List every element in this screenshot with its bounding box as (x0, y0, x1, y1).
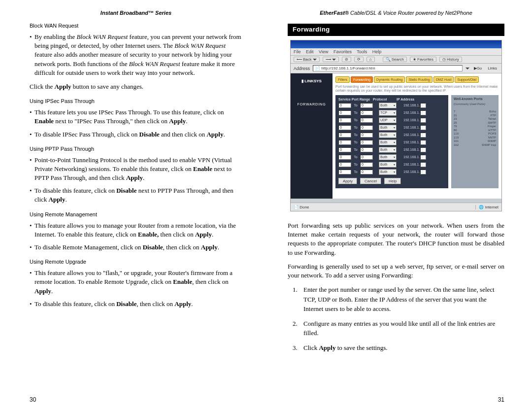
ip-last-octet-input[interactable]: 0 (420, 110, 426, 115)
search-button[interactable]: 🔍Search (383, 57, 407, 62)
address-bar: Address 📄 http://192.168.1.1/Forward.htm… (291, 64, 501, 73)
table-row: 0To0Both192.168.1.0 (338, 162, 445, 168)
port-to-input[interactable]: 0 (360, 155, 373, 160)
port-entry: 7Echo (454, 110, 496, 114)
to-label: To (353, 118, 358, 122)
button-row: Apply Cancel Help (338, 178, 445, 184)
ip-last-octet-input[interactable]: 0 (420, 140, 426, 145)
home-button[interactable]: ⌂ (366, 57, 375, 62)
help-button[interactable]: Help (384, 178, 401, 184)
menu-edit[interactable]: Edit (306, 49, 314, 54)
port-to-input[interactable]: 0 (360, 140, 373, 145)
ports-title: Well-known Ports (454, 97, 496, 102)
menu-tools[interactable]: Tools (357, 49, 367, 54)
favorites-button[interactable]: ★Favorites (410, 57, 436, 62)
series-header-right: EtherFast® Cable/DSL & Voice Router powe… (288, 10, 504, 16)
port-from-input[interactable]: 0 (338, 162, 351, 167)
window-title-bar (291, 40, 501, 48)
go-button[interactable]: ▶Go (472, 66, 484, 70)
tab-static-routing[interactable]: Static Routing (406, 76, 432, 83)
apply-button[interactable]: Apply (338, 178, 357, 184)
tab-support-dial[interactable]: Support/Dial (455, 76, 479, 83)
menu-file[interactable]: File (294, 49, 301, 54)
port-to-input[interactable]: 0 (360, 125, 373, 130)
menu-help[interactable]: Help (372, 49, 382, 54)
to-label: To (353, 140, 358, 144)
ip-last-octet-input[interactable]: 0 (420, 125, 426, 130)
menu-favorites[interactable]: Favorites (333, 49, 352, 54)
port-to-input[interactable]: 0 (360, 118, 373, 123)
ip-address-cell: 192.168.1.0 (403, 125, 426, 130)
click-apply-para: Click the Apply button to save any chang… (30, 82, 242, 91)
port-to-input[interactable]: 0 (360, 162, 373, 167)
ip-last-octet-input[interactable]: 0 (420, 155, 426, 160)
protocol-select[interactable]: Both (379, 125, 397, 131)
ip-last-octet-input[interactable]: 0 (420, 170, 426, 174)
to-label: To (353, 111, 358, 114)
protocol-select[interactable]: Both (379, 147, 397, 153)
ip-last-octet-input[interactable]: 0 (420, 118, 426, 123)
ip-address-cell: 192.168.1.0 (403, 147, 426, 152)
page-icon: 📄 (315, 66, 320, 70)
address-input[interactable]: 📄 http://192.168.1.1/Forward.htm (313, 65, 463, 71)
history-button[interactable]: ◷History (439, 57, 462, 62)
port-from-input[interactable]: 0 (338, 125, 351, 130)
port-from-input[interactable]: 0 (338, 103, 351, 108)
port-to-input[interactable]: 0 (360, 103, 373, 108)
port-from-input[interactable]: 0 (338, 140, 351, 145)
ip-address-cell: 192.168.1.0 (403, 118, 426, 123)
links-label[interactable]: Links (486, 66, 499, 70)
table-header: Service Port Range Protocol IP Address (338, 98, 445, 101)
refresh-button[interactable]: ⟳ (354, 57, 364, 62)
step-2: 2. Configure as many entries as you woul… (293, 319, 504, 338)
step-number: 2. (293, 319, 303, 338)
menu-view[interactable]: View (319, 49, 328, 54)
tab-forwarding[interactable]: Forwarding (351, 76, 373, 83)
cancel-button[interactable]: Cancel (360, 178, 381, 184)
tab-filters[interactable]: Filters (335, 76, 350, 83)
port-entry: 161SNMP (454, 139, 496, 143)
tab-dmz-host[interactable]: DMZ Host (433, 76, 454, 83)
port-from-input[interactable]: 0 (338, 133, 351, 137)
block-wan-text: By enabling the Block WAN Request featur… (34, 33, 242, 77)
remote-mgmt-bullet-2: • To disable Remote Management, click on… (30, 243, 242, 252)
chevron-down-icon[interactable] (466, 68, 469, 69)
protocol-select[interactable]: Both (379, 132, 397, 138)
to-label: To (353, 170, 358, 173)
port-to-input[interactable]: 0 (360, 170, 373, 174)
protocol-select[interactable]: TCP (379, 110, 397, 116)
protocol-select[interactable]: Both (379, 162, 397, 168)
tab-dynamic-routing[interactable]: Dynamic Routing (374, 76, 405, 83)
port-to-input[interactable]: 0 (360, 110, 373, 115)
port-entry: 23Telnet (454, 117, 496, 121)
protocol-select[interactable]: Both (379, 103, 397, 108)
refresh-icon: ⟳ (357, 57, 361, 62)
block-wan-bullet: • By enabling the Block WAN Request feat… (30, 33, 242, 77)
ip-address-cell: 192.168.1.0 (403, 140, 426, 145)
port-from-input[interactable]: 0 (338, 110, 351, 115)
ip-last-octet-input[interactable]: 0 (420, 133, 426, 137)
ip-last-octet-input[interactable]: 0 (420, 147, 426, 152)
port-to-input[interactable]: 0 (360, 147, 373, 152)
address-label: Address (294, 66, 310, 71)
port-from-input[interactable]: 0 (338, 170, 351, 174)
back-button[interactable]: ⟵Back (294, 57, 320, 62)
protocol-select[interactable]: Both (379, 154, 397, 160)
protocol-select[interactable]: Both (379, 169, 397, 175)
arrow-right-icon: ⟶ (326, 57, 331, 62)
remote-upgrade-bullet-2: • To disable this feature, click on Disa… (30, 300, 242, 308)
ip-last-octet-input[interactable]: 0 (420, 103, 426, 108)
protocol-select[interactable]: UDP (379, 117, 397, 123)
port-to-input[interactable]: 0 (360, 133, 373, 137)
ip-address-cell: 192.168.1.0 (403, 103, 426, 108)
status-zone: 🌐 Internet (475, 205, 499, 209)
port-from-input[interactable]: 0 (338, 147, 351, 152)
port-from-input[interactable]: 0 (338, 155, 351, 160)
protocol-select[interactable]: Both (379, 139, 397, 145)
port-from-input[interactable]: 0 (338, 118, 351, 123)
pptp-bullet-2: • To disable this feature, click on Disa… (30, 186, 242, 204)
stop-button[interactable]: ⊘ (342, 57, 351, 62)
ip-last-octet-input[interactable]: 0 (420, 162, 426, 167)
ip-address-cell: 192.168.1.0 (403, 110, 426, 115)
forward-button[interactable]: ⟶ (323, 57, 339, 62)
